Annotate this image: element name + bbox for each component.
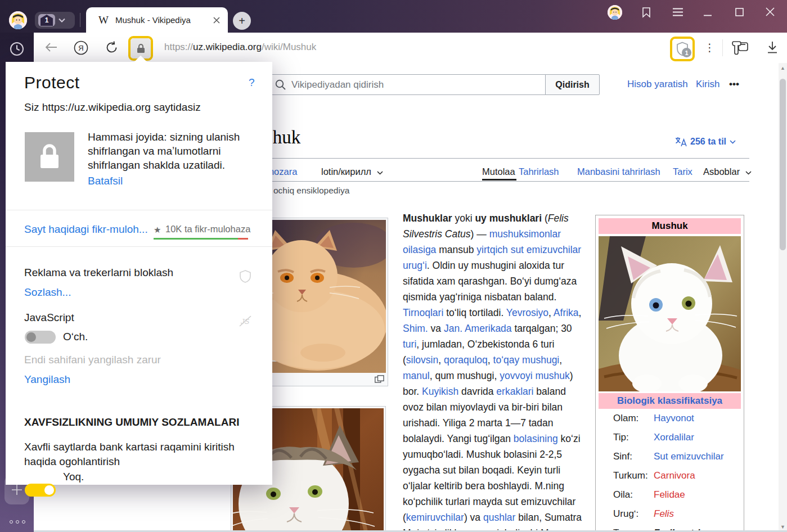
article-link[interactable]: yovvoyi mushuk bbox=[500, 370, 570, 381]
profile-avatar[interactable] bbox=[9, 11, 27, 29]
tab-edit-source[interactable]: Manbasini tahrirlash bbox=[577, 166, 660, 177]
article-link[interactable]: Yevrosiyo bbox=[506, 307, 548, 318]
svg-text:Я: Я bbox=[78, 44, 83, 52]
tools-dropdown[interactable]: Asboblar bbox=[703, 166, 752, 177]
url-bar[interactable]: https://uz.wikipedia.org/wiki/Mushuk bbox=[164, 42, 316, 53]
login-link[interactable]: Kirish bbox=[696, 79, 720, 90]
scrollbar-thumb[interactable] bbox=[780, 79, 786, 250]
language-selector[interactable]: 256 ta til bbox=[675, 137, 736, 147]
new-tab-button[interactable]: + bbox=[233, 12, 251, 30]
article-link[interactable]: Kuyikish bbox=[422, 386, 458, 397]
shield-button-bg: 1 bbox=[672, 39, 692, 59]
article-text: , bbox=[548, 307, 554, 318]
infobox-row-value[interactable]: Xordalilar bbox=[654, 432, 694, 443]
protect-shield-button[interactable]: 1 bbox=[670, 37, 695, 61]
infobox-row-value[interactable]: Sut emizuvchilar bbox=[654, 451, 724, 462]
infobox-row-value[interactable]: Felidae bbox=[654, 489, 685, 501]
article-text: ( bbox=[542, 213, 548, 224]
article-link[interactable]: qushlar bbox=[483, 512, 515, 523]
article-link[interactable]: qoraquloq bbox=[444, 354, 488, 366]
tab-edit[interactable]: Tahrirlash bbox=[519, 166, 559, 177]
bookmarks-icon[interactable] bbox=[641, 7, 652, 18]
back-icon[interactable] bbox=[45, 42, 57, 52]
history-icon[interactable] bbox=[10, 42, 24, 56]
search-submit-button[interactable]: Qidirish bbox=[545, 74, 600, 95]
infobox-row: Oila:Felidae bbox=[599, 485, 741, 504]
bank-warning-toggle[interactable] bbox=[25, 484, 56, 497]
tab-counter[interactable]: 1 bbox=[35, 12, 75, 29]
security-section-header: XAVFSIZLIKNING UMUMIY SOZLAMALARI bbox=[24, 416, 239, 429]
maximize-button[interactable] bbox=[735, 8, 744, 16]
article-link[interactable]: Shim. bbox=[403, 323, 428, 334]
article-link[interactable]: bolasining bbox=[514, 433, 558, 444]
protect-help-link[interactable]: ? bbox=[249, 76, 255, 89]
address-toolbar: Я https://uz.wikipedia.org/wiki/Mushuk bbox=[34, 33, 787, 63]
wiki-search-field[interactable]: Vikipediyadan qidirish bbox=[269, 74, 546, 95]
article-text: toʻliq tortiladi. bbox=[443, 307, 506, 318]
infobox-row-label: Olam: bbox=[613, 413, 654, 424]
tab-read[interactable]: Mutolaa bbox=[482, 166, 515, 177]
downloads-icon[interactable] bbox=[766, 40, 779, 55]
article-text: davrida bbox=[458, 386, 496, 397]
article-link[interactable]: Tirnoqlari bbox=[403, 307, 443, 318]
infobox: Mushuk bbox=[595, 215, 744, 532]
adblock-settings-link[interactable]: Sozlash... bbox=[24, 286, 71, 299]
article-link[interactable]: turi bbox=[403, 339, 416, 350]
article-link[interactable]: Jan. Amerikada bbox=[444, 323, 512, 334]
infobox-row-value[interactable]: Felis bbox=[654, 508, 674, 520]
infobox-row-label: Sinf: bbox=[613, 451, 654, 462]
javascript-toggle[interactable] bbox=[25, 331, 56, 344]
url-host: uz.wikipedia.org bbox=[193, 42, 262, 52]
article-link[interactable]: manul bbox=[403, 370, 430, 381]
bank-warning-toggle-state: Yoq. bbox=[63, 471, 84, 483]
rating-bar-negative bbox=[238, 238, 248, 240]
tabstrip-divider bbox=[80, 13, 80, 27]
variant-dropdown[interactable]: lotin/кирилл bbox=[321, 166, 383, 177]
yandex-services-icon[interactable]: Я bbox=[74, 40, 88, 55]
infobox-row-value[interactable]: Hayvonot bbox=[654, 413, 694, 424]
article-text: ) — bbox=[471, 228, 489, 240]
article-text: , bbox=[559, 354, 562, 366]
site-feedback-link[interactable]: Sayt haqidagi fikr-muloh... bbox=[24, 223, 148, 236]
language-count-label: 256 ta til bbox=[690, 137, 726, 147]
user-more-menu[interactable]: ••• bbox=[729, 79, 739, 90]
close-button[interactable] bbox=[766, 7, 775, 16]
tabs-divider bbox=[231, 181, 749, 182]
search-button-label: Qidirish bbox=[555, 80, 589, 90]
tab-history[interactable]: Tarix bbox=[673, 166, 692, 177]
article-text: , qum mushugi, bbox=[430, 370, 500, 381]
protect-panel: Protect ? Siz https://uz.wikipedia.org s… bbox=[6, 62, 272, 485]
reload-link[interactable]: Yangilash bbox=[24, 373, 70, 386]
scrollbar-down-arrow[interactable]: ▼ bbox=[780, 524, 785, 530]
menu-icon[interactable] bbox=[673, 8, 683, 16]
chevron-down-icon bbox=[377, 171, 383, 175]
refresh-icon[interactable] bbox=[105, 40, 119, 55]
wikipedia-favicon: W bbox=[98, 14, 109, 26]
passwords-icon[interactable] bbox=[731, 39, 749, 56]
minimize-button[interactable] bbox=[704, 15, 712, 16]
article-link[interactable]: kemiruvchilar bbox=[406, 512, 464, 523]
tab-close-icon[interactable] bbox=[213, 17, 220, 24]
protect-title: Protect bbox=[24, 73, 80, 92]
create-account-link[interactable]: Hisob yaratish bbox=[627, 79, 688, 90]
active-tab[interactable]: W Mushuk - Vikipediya bbox=[86, 7, 228, 33]
url-path: /wiki/Mushuk bbox=[262, 42, 316, 52]
adblock-shield-icon bbox=[240, 270, 251, 283]
toolbar-overflow-icon[interactable]: ⋮ bbox=[704, 41, 715, 54]
infobox-row: Urugʻ:Felis bbox=[599, 504, 741, 524]
article-link[interactable]: erkaklari bbox=[496, 386, 533, 397]
article-link[interactable]: toʻqay mushugi bbox=[493, 354, 560, 366]
profile-avatar-right[interactable] bbox=[608, 5, 622, 20]
article-link[interactable]: Afrika bbox=[554, 307, 579, 318]
toolbar-divider bbox=[722, 39, 723, 56]
search-placeholder: Vikipediyadan qidirish bbox=[291, 79, 384, 91]
infobox-row-value[interactable]: Carnivora bbox=[654, 470, 695, 481]
adblock-label: Reklama va trekerlarni bloklash bbox=[24, 267, 173, 279]
details-link[interactable]: Batafsil bbox=[88, 175, 123, 187]
thumbnail-expand-icon[interactable] bbox=[375, 375, 384, 383]
scrollbar-up-arrow[interactable]: ▲ bbox=[780, 65, 785, 71]
panel-divider bbox=[6, 210, 272, 210]
sidebar-more-button[interactable] bbox=[10, 520, 25, 524]
infobox-title: Mushuk bbox=[599, 218, 741, 234]
article-link[interactable]: silovsin bbox=[406, 354, 438, 366]
